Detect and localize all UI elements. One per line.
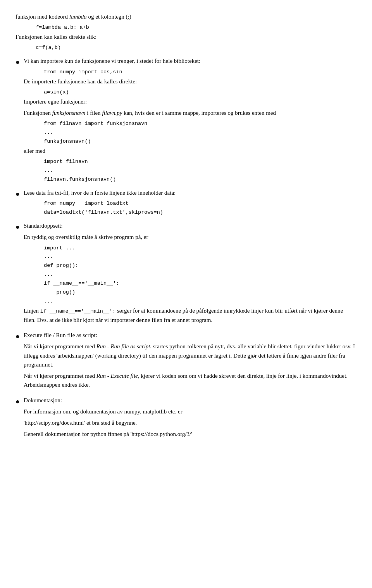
bullet-3-icon: ● [16, 222, 20, 233]
bullet1-dots2: ... [38, 167, 356, 175]
bullet1-text4-end: kan, hvis den er i samme mappe, importer… [122, 110, 276, 116]
bullet3-text3: Linjen if __name__=='__main__': sørger f… [24, 306, 356, 325]
bullet1-text4-post: i filen [85, 110, 102, 116]
bullet4-text2-post: , startes python-tolkeren på nytt, dvs. [150, 343, 238, 349]
bullet3-text3-pre: Linjen [24, 308, 40, 314]
intro-line1: funksjon med kodeord lambda og et kolont… [16, 12, 356, 21]
bullet-section-4: ● Execute file / Run file as script: Når… [16, 331, 356, 392]
bullet1-text4-pre: Funksjonen [24, 110, 52, 116]
bullet3-code1: import ... [38, 244, 356, 252]
bullet-1-icon: ● [16, 57, 20, 68]
bullet-section-3: ● Standardoppsett: En ryddig og oversikt… [16, 221, 356, 327]
bullet3-code7: ... [38, 297, 356, 306]
bullet1-funksjonsnavn: funksjonsnavn [52, 110, 86, 116]
bullet-2-icon: ● [16, 189, 20, 200]
intro-text1: funksjon med kodeord [16, 14, 69, 20]
bullet-1-content: Vi kan importere kun de funksjonene vi t… [24, 57, 356, 185]
bullet-5-icon: ● [16, 396, 20, 407]
bullet5-text3: 'http://scipy.org/docs.html' et bra sted… [24, 419, 356, 427]
bullet4-execute-file: Run - Execute file [96, 373, 138, 379]
intro-code2: c=f(a,b) [29, 44, 356, 52]
bullet1-import-filnavn: import filnavn [38, 158, 356, 166]
bullet3-code4: ... [38, 271, 356, 279]
bullet4-text1: Execute file / Run file as script: [24, 331, 356, 340]
bullet4-run-script: Run - Run file as script [96, 343, 150, 349]
bullet3-code3: def prog(): [38, 262, 356, 270]
bullet1-text2: De importerte funksjonene kan da kalles … [24, 77, 356, 86]
bullet1-text4: Funksjonen funksjonsnavn i filen filavn.… [24, 109, 356, 118]
bullet5-text1: Dokumentasjon: [24, 396, 356, 405]
page-content: funksjon med kodeord lambda og et kolont… [16, 12, 356, 441]
intro-code1: f=lambda a,b: a+b [29, 24, 356, 32]
bullet4-alle: alle [238, 343, 246, 349]
bullet3-if-code: if __name__=='__main__': [40, 308, 115, 314]
bullet3-code6: prog() [38, 289, 356, 297]
bullet3-text2: En ryddig og oversiktlig måte å skrive p… [24, 233, 356, 242]
bullet5-text4: Generell dokumentasjon for python finnes… [24, 430, 356, 439]
bullet1-eller: eller med [24, 147, 356, 156]
bullet1-funksjonsnavn-call: funksjonsnavn() [38, 138, 356, 146]
bullet3-code2: ... [38, 253, 356, 261]
bullet1-import-code: from filnavn import funksjonsnavn [38, 120, 356, 128]
intro-lambda: lambda [69, 14, 87, 20]
bullet4-text2: Når vi kjører programmet med Run - Run f… [24, 342, 356, 369]
bullet-section-5: ● Dokumentasjon: For informasjon om, og … [16, 396, 356, 441]
bullet-4-icon: ● [16, 331, 20, 342]
bullet1-code1: from numpy import cos,sin [38, 68, 356, 76]
bullet2-code2: data=loadtxt('filnavn.txt',skiprows=n) [38, 209, 356, 217]
bullet1-text3: Importere egne funksjoner: [24, 97, 356, 106]
bullet1-filavn: filavn.py [102, 110, 122, 116]
bullet4-text3: Når vi kjører programmet med Run - Execu… [24, 372, 356, 390]
bullet1-code2: a=sin(x) [38, 88, 356, 97]
bullet-4-content: Execute file / Run file as script: Når v… [24, 331, 356, 392]
bullet4-text3-pre: Når vi kjører programmet med [24, 373, 96, 379]
bullet2-code1: from numpy import loadtxt [38, 200, 356, 208]
bullet3-text1: Standardoppsett: [24, 221, 356, 230]
bullet1-filnavn-call: filnavn.funksjonsnavn() [38, 176, 356, 184]
bullet4-text2-pre: Når vi kjører programmet med [24, 343, 96, 349]
intro-line2: Funksjonen kan kalles direkte slik: [16, 33, 356, 42]
bullet2-text1: Lese data fra txt-fil, hvor de n første … [24, 189, 356, 197]
bullet-section-2: ● Lese data fra txt-fil, hvor de n først… [16, 189, 356, 218]
bullet-section-1: ● Vi kan importere kun de funksjonene vi… [16, 57, 356, 185]
bullet-2-content: Lese data fra txt-fil, hvor de n første … [24, 189, 356, 218]
intro-text1b: og et kolontegn (:) [87, 14, 131, 20]
bullet3-code5: if __name__=='__main__': [38, 280, 356, 288]
bullet1-text1: Vi kan importere kun de funksjonene vi t… [24, 57, 356, 66]
bullet-3-content: Standardoppsett: En ryddig og oversiktli… [24, 221, 356, 327]
bullet1-dots1: ... [38, 129, 356, 137]
bullet5-text2: For informasjon om, og dokumentasjon av … [24, 407, 356, 416]
bullet-5-content: Dokumentasjon: For informasjon om, og do… [24, 396, 356, 441]
